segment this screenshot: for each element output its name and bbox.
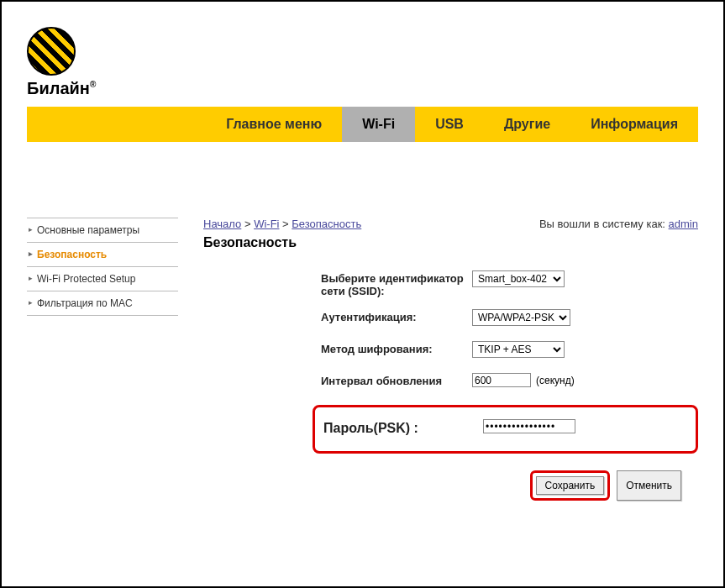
tab-usb[interactable]: USB [415,107,484,142]
logo-icon [27,27,76,76]
psk-input[interactable] [483,419,575,433]
main-nav: Главное меню Wi-Fi USB Другие Информация [27,107,698,142]
interval-label: Интервал обновления [321,373,472,387]
psk-label: Пароль(PSK) : [323,419,483,436]
ssid-select[interactable]: Smart_box-402 [472,270,565,287]
save-button[interactable]: Сохранить [536,476,605,495]
auth-label: Аутентификация: [321,309,472,323]
brand-name: Билайн® [27,79,698,98]
page-title: Безопасность [203,235,698,250]
tab-info[interactable]: Информация [570,107,698,142]
enc-label: Метод шифрования: [321,341,472,355]
sidebar-item-basic[interactable]: Основные параметры [27,218,178,243]
tab-wifi[interactable]: Wi-Fi [342,107,415,142]
save-highlight: Сохранить [530,470,611,501]
auth-select[interactable]: WPA/WPA2-PSK [472,309,570,326]
interval-unit: (секунд) [536,375,575,386]
sidebar-item-wps[interactable]: Wi-Fi Protected Setup [27,267,178,291]
tab-other[interactable]: Другие [484,107,570,142]
logged-user-link[interactable]: admin [669,218,698,230]
brand-logo: Билайн® [27,27,698,98]
enc-select[interactable]: TKIP + AES [472,341,565,358]
cancel-button[interactable]: Отменить [617,470,681,501]
tab-main-menu[interactable]: Главное меню [206,107,342,142]
psk-highlight: Пароль(PSK) : [313,405,698,454]
breadcrumb-home[interactable]: Начало [203,218,241,230]
breadcrumb-security[interactable]: Безопасность [292,218,361,230]
interval-input[interactable] [472,373,531,387]
sidebar-item-security[interactable]: Безопасность [27,243,178,267]
login-info: Вы вошли в систему как: admin [539,218,698,230]
sidebar: Основные параметры Безопасность Wi-Fi Pr… [27,218,178,501]
ssid-label: Выберите идентификатор сети (SSID): [321,270,472,297]
sidebar-item-mac-filter[interactable]: Фильтрация по MAC [27,291,178,316]
breadcrumb-wifi[interactable]: Wi-Fi [254,218,279,230]
